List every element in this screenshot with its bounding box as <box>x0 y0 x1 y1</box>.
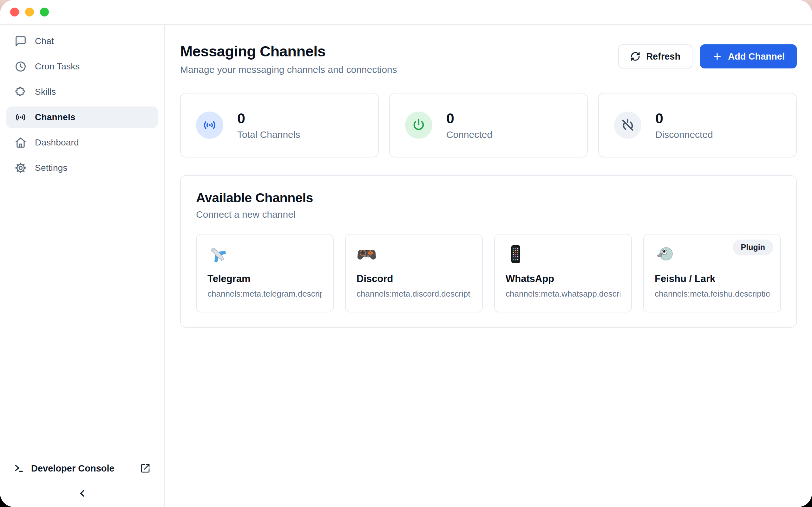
channel-description: channels:meta.feishu.description <box>655 289 769 299</box>
channel-description: channels:meta.discord.description <box>357 289 471 299</box>
bird-emoji <box>655 244 675 264</box>
channel-name: WhatsApp <box>506 273 620 285</box>
stat-value: 0 <box>655 110 713 127</box>
app-body: Chat Cron Tasks Skills <box>0 25 812 507</box>
refresh-button[interactable]: Refresh <box>618 44 693 68</box>
sidebar: Chat Cron Tasks Skills <box>0 25 165 507</box>
stat-label: Disconnected <box>655 129 713 140</box>
refresh-icon <box>630 51 641 61</box>
sidebar-item-dashboard[interactable]: Dashboard <box>6 132 158 153</box>
channel-name: Telegram <box>207 273 322 285</box>
stat-label: Total Channels <box>237 129 300 140</box>
close-button[interactable] <box>10 8 19 16</box>
page-subtitle: Manage your messaging channels and conne… <box>180 64 397 75</box>
channel-name: Feishu / Lark <box>655 273 769 285</box>
airplane-emoji <box>207 244 228 264</box>
sidebar-item-label: Chat <box>35 36 54 46</box>
chat-bubble-icon <box>14 35 27 47</box>
channel-grid: Telegram channels:meta.telegram.descript… <box>196 234 781 313</box>
mobile-phone-emoji <box>506 244 526 264</box>
add-channel-button[interactable]: Add Channel <box>700 44 797 68</box>
channel-description: channels:meta.telegram.description <box>207 289 322 299</box>
sidebar-item-channels[interactable]: Channels <box>6 107 158 128</box>
add-channel-button-label: Add Channel <box>728 51 785 62</box>
titlebar <box>0 0 812 25</box>
gear-icon <box>14 162 27 174</box>
sidebar-item-label: Settings <box>35 163 67 173</box>
stat-card-total-channels: 0 Total Channels <box>180 93 379 158</box>
channel-card-telegram[interactable]: Telegram channels:meta.telegram.descript… <box>196 234 334 313</box>
zoom-button[interactable] <box>40 8 49 16</box>
power-off-icon <box>614 112 641 139</box>
broadcast-icon <box>196 112 223 139</box>
sidebar-item-skills[interactable]: Skills <box>6 81 158 103</box>
available-channels-subtitle: Connect a new channel <box>196 209 781 220</box>
clock-icon <box>14 60 27 72</box>
channel-card-feishu[interactable]: Plugin Feishu / Lark channels:meta.feish… <box>643 234 781 313</box>
app-window: Chat Cron Tasks Skills <box>0 0 812 507</box>
main-content: Messaging Channels Manage your messaging… <box>165 25 812 507</box>
stat-label: Connected <box>446 129 492 140</box>
developer-console-button[interactable]: Developer Console <box>0 459 164 477</box>
plus-icon <box>712 51 722 61</box>
sidebar-item-cron-tasks[interactable]: Cron Tasks <box>6 56 158 77</box>
channel-card-discord[interactable]: Discord channels:meta.discord.descriptio… <box>345 234 483 313</box>
refresh-button-label: Refresh <box>646 51 680 62</box>
puzzle-icon <box>14 86 27 98</box>
channel-name: Discord <box>357 273 471 285</box>
stat-value: 0 <box>237 110 300 127</box>
sidebar-item-label: Dashboard <box>35 137 79 148</box>
home-icon <box>14 136 27 149</box>
sidebar-nav: Chat Cron Tasks Skills <box>0 31 164 179</box>
terminal-icon <box>14 463 24 473</box>
plugin-badge: Plugin <box>733 239 773 255</box>
sidebar-item-label: Channels <box>35 112 75 122</box>
sidebar-item-settings[interactable]: Settings <box>6 157 158 179</box>
minimize-button[interactable] <box>25 8 34 16</box>
sidebar-item-label: Cron Tasks <box>35 61 80 72</box>
header-actions: Refresh Add Channel <box>618 44 797 68</box>
sidebar-collapse-button[interactable] <box>0 488 164 499</box>
stat-card-connected: 0 Connected <box>389 93 588 158</box>
external-link-icon[interactable] <box>140 463 150 473</box>
power-icon <box>405 112 432 139</box>
stat-card-disconnected: 0 Disconnected <box>598 93 797 158</box>
channel-description: channels:meta.whatsapp.description <box>506 289 620 299</box>
available-channels-panel: Available Channels Connect a new channel <box>180 175 797 328</box>
sidebar-item-label: Skills <box>35 87 56 97</box>
sidebar-footer: Developer Console <box>0 459 164 507</box>
sidebar-item-chat[interactable]: Chat <box>6 31 158 52</box>
stats-row: 0 Total Channels 0 Connected <box>180 93 797 158</box>
available-channels-title: Available Channels <box>196 190 781 205</box>
developer-console-label: Developer Console <box>31 463 114 474</box>
chevron-left-icon <box>77 488 88 499</box>
channel-card-whatsapp[interactable]: WhatsApp channels:meta.whatsapp.descript… <box>494 234 632 313</box>
game-controller-emoji <box>357 244 377 264</box>
page-header: Messaging Channels Manage your messaging… <box>180 43 797 75</box>
broadcast-icon <box>14 111 27 123</box>
stat-value: 0 <box>446 110 492 127</box>
traffic-lights <box>10 8 49 16</box>
page-title: Messaging Channels <box>180 43 397 60</box>
